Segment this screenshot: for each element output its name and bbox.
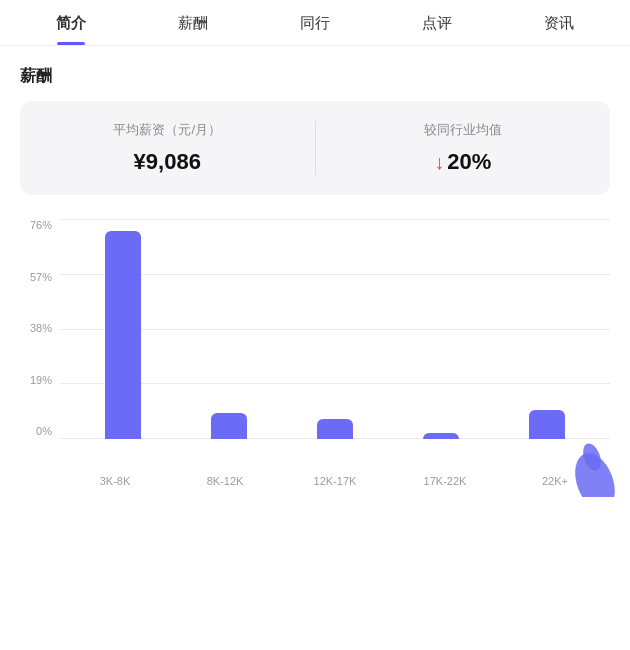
chart-container: 0% 19% 38% 57% 76%: [20, 219, 610, 469]
y-label-1: 19%: [20, 374, 52, 386]
main-content: 薪酬 平均薪资（元/月） ¥9,086 较同行业均值 ↓ 20% 0% 19% …: [0, 46, 630, 487]
y-label-0: 0%: [20, 425, 52, 437]
x-label-0: 3K-8K: [60, 469, 170, 487]
salary-card: 平均薪资（元/月） ¥9,086 较同行业均值 ↓ 20%: [20, 101, 610, 195]
avg-salary-value: ¥9,086: [20, 149, 315, 175]
avg-salary-label: 平均薪资（元/月）: [20, 121, 315, 139]
down-arrow-icon: ↓: [434, 152, 444, 172]
tab-news[interactable]: 资讯: [498, 0, 620, 45]
y-axis: 0% 19% 38% 57% 76%: [20, 219, 52, 439]
x-label-1: 8K-12K: [170, 469, 280, 487]
tab-peers[interactable]: 同行: [254, 0, 376, 45]
bar-group-3: [388, 219, 494, 439]
bar-group-1: [176, 219, 282, 439]
compare-salary-stat: 较同行业均值 ↓ 20%: [315, 121, 611, 175]
tab-reviews[interactable]: 点评: [376, 0, 498, 45]
bar-group-4: [494, 219, 600, 439]
x-label-3: 17K-22K: [390, 469, 500, 487]
bar-1: [211, 413, 247, 439]
x-label-2: 12K-17K: [280, 469, 390, 487]
compare-salary-label: 较同行业均值: [316, 121, 611, 139]
compare-salary-value: ↓ 20%: [316, 149, 611, 175]
tab-bar: 简介 薪酬 同行 点评 资讯: [0, 0, 630, 46]
avg-salary-stat: 平均薪资（元/月） ¥9,086: [20, 121, 315, 175]
y-label-2: 38%: [20, 322, 52, 334]
x-axis: 3K-8K 8K-12K 12K-17K 17K-22K 22K+: [20, 469, 610, 487]
x-label-4: 22K+: [500, 469, 610, 487]
section-title: 薪酬: [20, 66, 610, 87]
y-label-3: 57%: [20, 271, 52, 283]
bar-4: [529, 410, 565, 439]
tab-intro[interactable]: 简介: [10, 0, 132, 45]
tab-salary[interactable]: 薪酬: [132, 0, 254, 45]
y-label-4: 76%: [20, 219, 52, 231]
bar-0: [105, 231, 141, 439]
bar-2: [317, 419, 353, 439]
bar-group-2: [282, 219, 388, 439]
bar-group-0: [70, 219, 176, 439]
bars-container: [60, 219, 610, 439]
salary-chart: 0% 19% 38% 57% 76%: [20, 219, 610, 487]
bar-3: [423, 433, 459, 439]
chart-area: [60, 219, 610, 439]
